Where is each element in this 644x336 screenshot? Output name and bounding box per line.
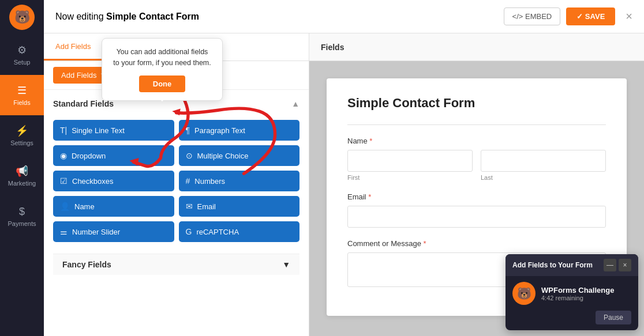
checkboxes-icon: ☑ [60, 176, 68, 186]
done-button[interactable]: Done [139, 75, 186, 92]
payments-icon: $ [19, 206, 25, 218]
notification-info: WPForms Challenge 4:42 remaining [541, 286, 631, 301]
right-panel: Simple Contact Form Name * First [309, 61, 644, 336]
email-icon: ✉ [186, 202, 193, 211]
field-btn-name[interactable]: 👤 Name [53, 196, 174, 217]
fields-scroll: Standard Fields ▲ T| Single Line Text ¶ … [44, 90, 309, 336]
top-bar-actions: </> EMBED ✓ SAVE × [504, 7, 632, 25]
field-btn-label: Number Slider [72, 228, 120, 236]
required-star: * [368, 137, 373, 145]
recaptcha-icon: G [186, 227, 192, 236]
field-btn-dropdown[interactable]: ◉ Dropdown [53, 145, 174, 166]
comment-label: Comment or Message * [347, 239, 606, 248]
divider [347, 124, 606, 125]
notification-header: Add Fields to Your Form — × [506, 254, 638, 276]
pause-button[interactable]: Pause [596, 311, 631, 324]
form-name: Simple Contact Form [106, 12, 199, 21]
marketing-icon: 📢 [16, 165, 28, 178]
fields-header-label: Fields [321, 43, 344, 52]
fancy-fields-header[interactable]: Fancy Fields ▼ [53, 254, 299, 275]
form-group-name: Name * First Last [347, 137, 606, 181]
save-button[interactable]: ✓ SAVE [566, 7, 615, 25]
close-button[interactable]: × [626, 10, 632, 23]
tab-add-fields[interactable]: Add Fields [44, 33, 102, 61]
add-fields-label: Add Fields [61, 71, 96, 80]
field-btn-label: Multiple Choice [197, 152, 249, 160]
notification-close-button[interactable]: × [619, 259, 631, 271]
field-btn-paragraph-text[interactable]: ¶ Paragraph Text [179, 120, 300, 141]
sidebar-item-marketing[interactable]: 📢 Marketing [0, 156, 44, 196]
notification-controls: — × [604, 259, 631, 271]
body-area: You can add additional fields to your fo… [44, 33, 644, 336]
field-btn-label: Single Line Text [72, 126, 125, 135]
name-row: First Last [347, 150, 606, 181]
sidebar-item-settings[interactable]: ⚡ Settings [0, 115, 44, 156]
fancy-chevron-icon: ▼ [282, 260, 290, 269]
sidebar-logo: 🐻 [0, 0, 44, 35]
top-bar: Now editing Simple Contact Form </> EMBE… [44, 0, 644, 33]
form-preview-title: Simple Contact Form [347, 96, 606, 111]
tab-label: Add Fields [55, 42, 91, 51]
required-star: * [366, 192, 372, 201]
fields-grid: T| Single Line Text ¶ Paragraph Text ◉ D… [53, 120, 299, 242]
single-line-text-icon: T| [60, 126, 67, 135]
paragraph-text-icon: ¶ [186, 126, 190, 135]
notification-body: 🐻 WPForms Challenge 4:42 remaining [506, 276, 638, 311]
notification-footer: Pause [506, 311, 638, 330]
field-btn-number-slider[interactable]: ⚌ Number Slider [53, 221, 174, 242]
bear-icon: 🐻 [9, 5, 35, 30]
tooltip-text: You can add additional fields to your fo… [113, 47, 212, 69]
main-content: Now editing Simple Contact Form </> EMBE… [44, 0, 644, 336]
sidebar-item-label: Setup [14, 59, 31, 66]
standard-fields-header: Standard Fields ▲ [53, 99, 299, 112]
numbers-icon: # [186, 176, 190, 186]
field-btn-numbers[interactable]: # Numbers [179, 171, 300, 191]
form-group-email: Email * [347, 192, 606, 228]
field-btn-checkboxes[interactable]: ☑ Checkboxes [53, 171, 174, 191]
name-first-input[interactable] [347, 150, 473, 172]
field-btn-email[interactable]: ✉ Email [179, 196, 300, 217]
field-btn-label: Checkboxes [72, 177, 114, 186]
email-input[interactable] [347, 206, 606, 228]
sidebar-item-label: Payments [8, 220, 36, 227]
sidebar-item-label: Settings [10, 139, 33, 146]
name-icon: 👤 [60, 202, 70, 211]
field-btn-label: Paragraph Text [194, 126, 245, 135]
form-title-bar: Now editing Simple Contact Form [55, 12, 199, 22]
name-last-input[interactable] [481, 150, 606, 172]
sidebar-item-label: Marketing [8, 180, 36, 187]
fancy-fields-label: Fancy Fields [62, 260, 111, 269]
sidebar-item-fields[interactable]: ☰ Fields [0, 75, 44, 115]
name-first-group: First [347, 150, 473, 181]
multiple-choice-icon: ⊙ [186, 151, 193, 160]
notification-title: Add Fields to Your Form [512, 261, 593, 269]
left-panel: You can add additional fields to your fo… [44, 33, 309, 336]
notification-minimize-button[interactable]: — [604, 259, 616, 271]
sidebar-item-payments[interactable]: $ Payments [0, 196, 44, 236]
field-btn-label: Name [74, 202, 95, 211]
field-btn-recaptcha[interactable]: G reCAPTCHA [179, 221, 300, 242]
embed-button[interactable]: </> EMBED [504, 7, 561, 25]
sidebar: 🐻 ⚙ Setup ☰ Fields ⚡ Settings 📢 Marketin… [0, 0, 44, 336]
required-star: * [421, 239, 426, 248]
number-slider-icon: ⚌ [60, 227, 68, 236]
first-sub-label: First [347, 174, 473, 181]
settings-icon: ⚡ [16, 124, 28, 137]
field-btn-multiple-choice[interactable]: ⊙ Multiple Choice [179, 145, 300, 166]
name-last-group: Last [481, 150, 606, 181]
last-sub-label: Last [481, 174, 606, 181]
right-panel-wrapper: Fields Simple Contact Form Name * [309, 33, 644, 336]
notification-widget: Add Fields to Your Form — × 🐻 WPForms Ch… [506, 254, 638, 330]
field-btn-label: Dropdown [72, 152, 106, 160]
sidebar-item-setup[interactable]: ⚙ Setup [0, 35, 44, 75]
chevron-icon: ▲ [291, 99, 299, 108]
notification-avatar: 🐻 [512, 282, 536, 305]
field-btn-single-line-text[interactable]: T| Single Line Text [53, 120, 174, 141]
editing-prefix: Now editing [55, 12, 106, 21]
name-label: Name * [347, 137, 606, 145]
dropdown-icon: ◉ [60, 151, 67, 160]
time-remaining: 4:42 remaining [541, 295, 631, 301]
field-btn-label: Numbers [194, 177, 225, 186]
sidebar-item-label: Fields [13, 99, 30, 106]
email-label: Email * [347, 192, 606, 201]
